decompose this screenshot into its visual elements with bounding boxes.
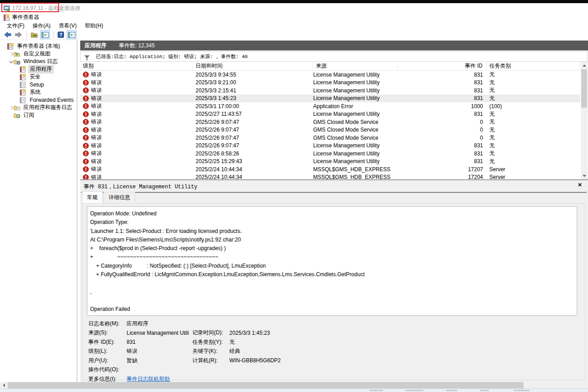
sidebar-item-label: Forwarded Events bbox=[28, 97, 75, 103]
tree-splitter[interactable] bbox=[77, 41, 77, 382]
level-cell: 错误 bbox=[91, 126, 102, 134]
level-cell: 错误 bbox=[91, 142, 102, 150]
sidebar-item-label: 安全 bbox=[28, 73, 42, 81]
event-row[interactable]: 错误2025/2/27 11:43:57License Management U… bbox=[80, 110, 580, 119]
task-category-cell: Server bbox=[487, 166, 580, 173]
sidebar-item-event-viewer-local[interactable]: 事件查看器 (本地) bbox=[0, 42, 76, 50]
error-icon bbox=[83, 111, 89, 117]
sidebar-item-windows-logs[interactable]: Windows 日志 bbox=[0, 58, 76, 65]
level-cell: 错误 bbox=[91, 71, 102, 78]
event-row[interactable]: 错误2025/2/24 10:44:34MSSQL$GMS_HDB_EXPRES… bbox=[80, 165, 580, 173]
chevron-spacer bbox=[3, 44, 7, 49]
close-icon[interactable]: × bbox=[576, 181, 583, 188]
level-cell: 错误 bbox=[91, 158, 102, 165]
event-id-cell: 0 bbox=[398, 135, 487, 141]
event-row[interactable]: 错误2025/3/3 1:45:23License Management Uti… bbox=[80, 95, 580, 103]
event-row[interactable]: 错误2025/3/3 2:15:41License Management Uti… bbox=[80, 87, 580, 95]
column-header-3[interactable]: 事件 ID bbox=[398, 62, 487, 71]
event-row[interactable]: 错误2025/3/3 8:21:00License Management Uti… bbox=[80, 79, 580, 87]
event-row[interactable]: 错误2025/2/26 9:07:47GMS Closed Mode Servi… bbox=[80, 118, 580, 126]
column-header-4[interactable]: 任务类别 bbox=[487, 62, 580, 71]
back-arrow-icon[interactable] bbox=[3, 30, 13, 39]
event-id-cell: 0 bbox=[398, 119, 487, 125]
menu-item-1[interactable]: 操作(A) bbox=[28, 22, 55, 30]
export-folder-icon[interactable] bbox=[29, 30, 39, 39]
triangle-down-icon bbox=[583, 175, 586, 177]
event-id-cell: 0 bbox=[398, 127, 487, 133]
column-header-0[interactable]: 级别 bbox=[80, 62, 193, 71]
forward-arrow-icon[interactable] bbox=[14, 30, 23, 39]
tab-details[interactable]: 详细信息 bbox=[104, 192, 135, 203]
menu-item-3[interactable]: 帮助(H) bbox=[81, 22, 107, 30]
error-icon bbox=[83, 135, 89, 141]
level-cell: 错误 bbox=[91, 173, 102, 179]
chevron-right-icon[interactable] bbox=[9, 52, 14, 56]
sidebar-item-apps-services-logs[interactable]: 应用程序和服务日志 bbox=[0, 104, 76, 111]
app-title-row: 事件查看器 bbox=[0, 14, 588, 21]
field-value: 应用程序 bbox=[127, 320, 192, 328]
source-cell: License Management Utility bbox=[313, 72, 398, 78]
error-icon bbox=[83, 127, 89, 133]
chevron-right-icon[interactable] bbox=[9, 105, 14, 110]
event-row[interactable]: 错误2025/2/26 9:07:47GMS Closed Mode Servi… bbox=[80, 134, 580, 142]
plain-log-icon bbox=[20, 82, 27, 88]
event-row[interactable]: 错误2025/2/24 10:44:34MSSQL$GMS_HDB_EXPRES… bbox=[80, 173, 580, 180]
event-row[interactable]: 错误2025/3/1 17:00:00Application Error1000… bbox=[80, 102, 580, 110]
svg-text:?: ? bbox=[59, 32, 63, 37]
background-artifact bbox=[369, 390, 383, 391]
rdp-connection-bar bbox=[0, 0, 588, 3]
show-console-tree-icon[interactable] bbox=[40, 30, 50, 39]
event-id-cell: 831 bbox=[398, 150, 487, 157]
sidebar-item-custom-views[interactable]: 自定义视图 bbox=[0, 50, 76, 58]
column-header-2[interactable]: 来源 bbox=[313, 62, 398, 71]
scroll-left-button[interactable] bbox=[0, 382, 8, 388]
event-row[interactable]: 错误2025/2/26 8:58:26License Management Ut… bbox=[80, 150, 580, 158]
level-cell: 错误 bbox=[91, 118, 102, 126]
tab-general[interactable]: 常规 bbox=[82, 191, 103, 203]
datetime-cell: 2025/2/26 9:07:47 bbox=[193, 127, 313, 133]
menu-item-0[interactable]: 文件(F) bbox=[3, 22, 28, 30]
event-row[interactable]: 错误2025/2/26 9:07:47GMS Closed Mode Servi… bbox=[80, 126, 580, 134]
scroll-up-button[interactable] bbox=[581, 62, 588, 69]
error-icon bbox=[83, 103, 89, 109]
sidebar-item-security-log[interactable]: 安全 bbox=[0, 73, 76, 81]
chevron-spacer bbox=[15, 75, 20, 79]
level-cell: 错误 bbox=[91, 87, 102, 94]
event-row[interactable]: 错误2025/2/26 9:07:47License Management Ut… bbox=[80, 142, 580, 150]
event-row[interactable]: 错误2025/2/25 15:29:43License Management U… bbox=[80, 158, 580, 166]
source-cell: License Management Utility bbox=[313, 142, 398, 149]
window-horizontal-scrollbar[interactable] bbox=[0, 382, 588, 388]
field-label: 日志名称(M): bbox=[88, 320, 127, 328]
message-line: + foreach($prod in (Select-Product -repo… bbox=[90, 244, 574, 253]
help-icon[interactable]: ? bbox=[56, 30, 66, 39]
source-cell: License Management Utility bbox=[313, 79, 398, 86]
sidebar-item-application-log[interactable]: 应用程序 bbox=[0, 65, 76, 73]
event-id-cell: 17204 bbox=[398, 174, 487, 179]
sidebar-item-subscriptions[interactable]: 订阅 bbox=[0, 111, 76, 119]
list-vertical-scrollbar[interactable] bbox=[581, 62, 588, 179]
datetime-cell: 2025/2/26 9:07:47 bbox=[193, 135, 313, 141]
datetime-cell: 2025/3/3 1:45:23 bbox=[193, 95, 313, 101]
sidebar-item-label: 应用程序 bbox=[28, 65, 54, 73]
sidebar-item-label: Windows 日志 bbox=[22, 58, 59, 65]
datetime-cell: 2025/2/26 8:58:26 bbox=[193, 150, 313, 157]
show-action-pane-icon[interactable] bbox=[67, 30, 77, 39]
sidebar-item-system-log[interactable]: 系统 bbox=[0, 88, 76, 96]
chevron-down-icon[interactable] bbox=[9, 59, 14, 64]
sidebar-item-setup-log[interactable]: Setup bbox=[0, 81, 76, 88]
scrollbar-thumb[interactable] bbox=[8, 382, 524, 388]
source-cell: License Management Utility bbox=[313, 158, 398, 164]
scrollbar-thumb[interactable] bbox=[581, 69, 587, 108]
field-row: 日志名称(M):应用程序 bbox=[88, 319, 575, 328]
sidebar-item-forwarded-events-log[interactable]: Forwarded Events bbox=[0, 96, 76, 104]
field-value: 暂缺 bbox=[127, 357, 192, 365]
event-row[interactable]: 错误2025/3/3 9:34:55License Management Uti… bbox=[80, 71, 580, 79]
column-header-1[interactable]: 日期和时间 bbox=[193, 62, 313, 71]
field-value: 2025/3/3 1:45:23 bbox=[229, 330, 575, 336]
menu-item-2[interactable]: 查看(V) bbox=[55, 22, 81, 30]
scroll-down-button[interactable] bbox=[581, 172, 588, 179]
background-window-strip bbox=[0, 388, 588, 392]
event-id-cell: 831 bbox=[398, 142, 487, 149]
field-label: 任务类别(Y): bbox=[192, 338, 229, 346]
datetime-cell: 2025/2/25 15:29:43 bbox=[193, 158, 313, 164]
